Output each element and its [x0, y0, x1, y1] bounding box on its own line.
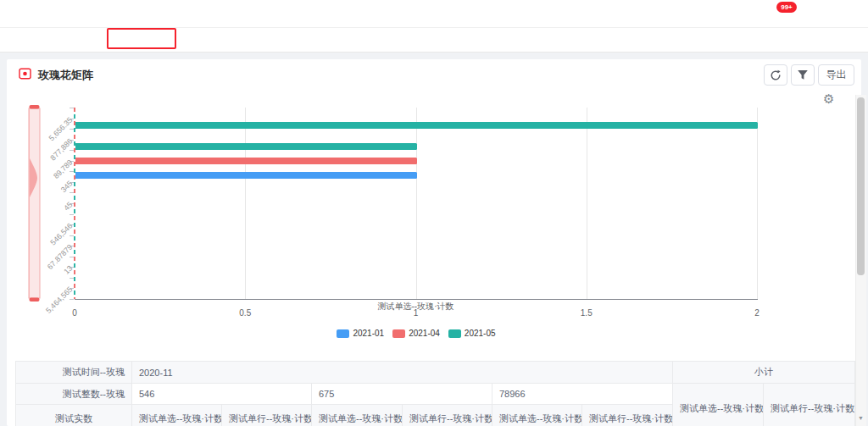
- subtotal-col-header: 测试单行--玫瑰·计数: [764, 384, 855, 426]
- col-header: 测试单选--玫瑰·计数: [492, 405, 582, 426]
- table-row: 测试时间--玫瑰 2020-11 小计: [16, 362, 855, 384]
- y-axis-line: [74, 108, 75, 299]
- legend-label: 2021-05: [465, 329, 496, 338]
- x-axis-tick-label: 1.5: [581, 308, 593, 318]
- chart-legend: 2021-012021-042021-05: [75, 329, 758, 338]
- legend-swatch: [448, 329, 461, 338]
- row-label: 测试整数--玫瑰: [16, 384, 132, 405]
- bar-2021-05: [75, 143, 417, 150]
- scrollbar-down-arrow-icon[interactable]: ▼: [858, 415, 864, 421]
- col-header: 测试单行--玫瑰·计数: [222, 405, 312, 426]
- y-axis-tick: [70, 108, 74, 108]
- y-axis-tick: [70, 235, 74, 236]
- legend-label: 2021-01: [353, 329, 384, 338]
- col-header: 测试单选--玫瑰·计数: [132, 405, 222, 426]
- top-header: [0, 0, 868, 28]
- legend-swatch: [337, 329, 349, 338]
- x-axis-line: [75, 299, 758, 300]
- col-header: 测试单行--玫瑰·计数: [403, 405, 492, 426]
- gridline: [245, 108, 246, 299]
- table-cell: 2020-11: [132, 362, 673, 384]
- gridline: [757, 108, 758, 299]
- y-axis-category-label: 546,546: [48, 222, 74, 247]
- row-label: 测试时间--玫瑰: [16, 362, 132, 384]
- y-axis-category-label: 5,464,565: [44, 285, 74, 315]
- nav-bar: [0, 28, 868, 53]
- x-axis-tick-label: 2: [754, 308, 760, 318]
- col-header: 测试单选--玫瑰·计数: [312, 405, 403, 426]
- y-axis-tick: [70, 171, 74, 172]
- y-axis-tick: [70, 257, 74, 257]
- bar-2021-04: [75, 158, 417, 164]
- y-axis-tick: [70, 278, 74, 279]
- table-cell: 546: [132, 384, 312, 405]
- y-axis-tick: [70, 192, 74, 193]
- y-axis-tick: [70, 129, 74, 130]
- legend-item-2021-01[interactable]: 2021-01: [337, 329, 384, 338]
- table-row: 测试整数--玫瑰 546 675 78966 测试单选--玫瑰·计数 测试单行-…: [16, 384, 855, 405]
- legend-item-2021-05[interactable]: 2021-05: [448, 329, 496, 338]
- y-axis-category-label: 45: [62, 200, 74, 212]
- legend-label: 2021-04: [409, 329, 440, 338]
- table-cell: 78966: [492, 384, 673, 405]
- subtotal-header: 小计: [673, 362, 855, 384]
- x-axis-tick-label: 0.5: [239, 308, 251, 318]
- legend-swatch: [392, 329, 405, 338]
- subtotal-col-header: 测试单选--玫瑰·计数: [673, 384, 764, 426]
- y-axis-tick: [70, 150, 74, 151]
- gridline: [416, 108, 417, 299]
- bar-2021-05: [75, 122, 758, 129]
- y-axis-tick: [70, 299, 74, 300]
- summary-table: 测试时间--玫瑰 2020-11 小计 测试整数--玫瑰 546 675 789…: [15, 361, 854, 426]
- col-header: 测试单行--玫瑰·计数: [582, 405, 673, 426]
- x-axis-tick-label: 0: [72, 308, 77, 318]
- gridline: [587, 108, 587, 299]
- notification-badge: 99+: [776, 2, 797, 13]
- bar-2021-01: [75, 172, 417, 179]
- row-label: 测试实数: [16, 405, 132, 426]
- y-axis-tick: [70, 214, 74, 215]
- x-axis-title: 测试单选--玫瑰·计数: [378, 301, 454, 313]
- y-axis-category-label: 13: [62, 264, 74, 276]
- table-cell: 675: [312, 384, 492, 405]
- legend-item-2021-04[interactable]: 2021-04: [392, 329, 440, 338]
- scrollbar-thumb[interactable]: [857, 97, 865, 275]
